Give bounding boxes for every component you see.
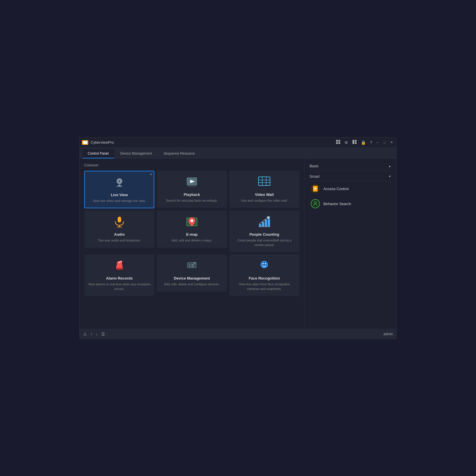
alarm-records-icon: [113, 259, 126, 274]
alarm-records-wrapper: Alarm Records View alarms in real time w…: [84, 254, 154, 296]
sidebar-smart-header[interactable]: Smart ▼: [308, 172, 392, 181]
maximize-button[interactable]: □: [382, 140, 387, 145]
svg-point-44: [189, 266, 190, 267]
card-alarm-records[interactable]: Alarm Records View alarms in real time w…: [84, 254, 154, 296]
tab-sequence-resource[interactable]: Sequence Resource: [158, 149, 200, 158]
svg-point-37: [118, 269, 121, 270]
svg-rect-12: [117, 186, 122, 187]
sidebar-basic-label: Basic: [310, 164, 319, 168]
svg-rect-4: [353, 140, 354, 144]
svg-rect-6: [355, 142, 357, 144]
face-recognition-icon: [258, 259, 271, 274]
face-recognition-desc: View live video from face recognition ca…: [233, 282, 296, 291]
svg-text:📊: 📊: [267, 217, 270, 219]
title-bar-left: CyberviewPro: [82, 140, 114, 145]
svg-rect-11: [118, 185, 121, 186]
app-logo: [82, 140, 88, 145]
svg-point-57: [315, 188, 316, 189]
card-emap[interactable]: E-map Add, edit and delete e-maps.: [157, 211, 227, 248]
audio-wrapper: Audio Two-way audio and broadcast.: [84, 211, 154, 252]
audio-desc: Two-way audio and broadcast.: [98, 238, 141, 243]
chevron-up-icon: ▲: [388, 164, 391, 168]
sidebar-item-behavior-search[interactable]: Behavior Search: [308, 196, 392, 211]
svg-rect-21: [118, 217, 121, 222]
emap-icon: [185, 215, 198, 230]
card-audio[interactable]: Audio Two-way audio and broadcast.: [84, 211, 154, 248]
svg-rect-28: [262, 222, 264, 226]
tab-control-panel[interactable]: Control Panel: [83, 149, 114, 158]
emap-title: E-map: [186, 232, 198, 237]
video-wall-wrapper: Video Wall Use and configure the video w…: [229, 171, 299, 208]
close-button[interactable]: ✕: [389, 140, 394, 145]
title-bar-right: ⚙ 🔒 ? ─ □ ✕: [335, 139, 394, 146]
upload-status-icon[interactable]: ↑: [90, 332, 92, 336]
svg-point-40: [121, 261, 122, 262]
grid-view-icon[interactable]: [335, 139, 342, 146]
device-management-icon: [185, 259, 198, 274]
chevron-down-icon: ▼: [388, 175, 391, 178]
status-icons: ⚠ ↑ ↓ ☰: [83, 332, 105, 336]
list-status-icon[interactable]: ☰: [101, 332, 105, 336]
sidebar-smart-label: Smart: [310, 174, 320, 179]
svg-rect-30: [268, 218, 270, 226]
card-playback[interactable]: Playback Search for and play back record…: [157, 171, 227, 208]
main-content: Common ✕: [80, 159, 396, 329]
live-view-icon: [113, 176, 126, 190]
tab-device-management[interactable]: Device Management: [115, 149, 157, 158]
face-recognition-title: Face Recognition: [249, 276, 280, 280]
svg-point-10: [120, 180, 120, 181]
sidebar-basic-header[interactable]: Basic ▲: [308, 162, 392, 171]
filter-icon[interactable]: ⚙: [343, 140, 349, 145]
svg-rect-16: [258, 177, 270, 185]
audio-icon: [113, 215, 126, 230]
people-counting-title: People Counting: [250, 232, 279, 237]
left-panel: Common ✕: [80, 159, 304, 329]
emap-desc: Add, edit and delete e-maps.: [172, 238, 212, 243]
lock-icon[interactable]: 🔒: [360, 140, 367, 145]
status-bar: ⚠ ↑ ↓ ☰ admin: [80, 329, 396, 339]
svg-point-58: [314, 201, 316, 204]
svg-point-53: [265, 263, 266, 265]
split-icon[interactable]: [351, 139, 358, 146]
svg-rect-47: [191, 266, 194, 267]
sidebar-section-smart: Smart ▼ Access Control: [308, 172, 392, 211]
svg-point-26: [190, 219, 193, 222]
behavior-search-icon: [311, 199, 320, 208]
card-video-wall[interactable]: Video Wall Use and configure the video w…: [229, 171, 299, 208]
close-live-view-btn[interactable]: ✕: [149, 172, 153, 177]
svg-rect-27: [259, 224, 261, 226]
card-device-management[interactable]: Device Management Add, edit, delete and …: [157, 254, 227, 291]
alarm-status-icon[interactable]: ⚠: [83, 332, 87, 336]
people-counting-wrapper: 📊 People Counting Count people that ente…: [229, 211, 299, 252]
behavior-search-label: Behavior Search: [323, 202, 351, 206]
help-icon[interactable]: ?: [369, 140, 373, 145]
svg-rect-46: [191, 265, 194, 266]
svg-rect-15: [188, 186, 196, 187]
tab-bar: Control Panel Device Management Sequence…: [80, 148, 396, 159]
minimize-button[interactable]: ─: [375, 140, 380, 145]
download-status-icon[interactable]: ↓: [96, 332, 98, 336]
svg-rect-29: [265, 220, 267, 226]
video-wall-title: Video Wall: [255, 192, 274, 197]
right-sidebar: Basic ▲ Smart ▼: [304, 159, 396, 329]
video-wall-desc: Use and configure the video wall.: [241, 198, 288, 203]
card-people-counting[interactable]: 📊 People Counting Count people that ente…: [229, 211, 299, 252]
status-username: admin: [383, 332, 393, 336]
video-wall-icon: [258, 176, 271, 190]
cards-grid: ✕ Live View View l: [84, 171, 299, 296]
svg-rect-31: [258, 226, 270, 227]
people-counting-desc: Count people that entered/left during a …: [233, 238, 296, 247]
svg-rect-5: [355, 140, 357, 142]
alarm-records-desc: View alarms in real time when any except…: [88, 282, 151, 291]
audio-title: Audio: [114, 232, 125, 237]
card-face-recognition[interactable]: Face Recognition View live video from fa…: [229, 254, 299, 296]
playback-icon: [185, 176, 198, 190]
svg-point-52: [263, 263, 264, 265]
svg-rect-45: [191, 264, 195, 265]
card-live-view[interactable]: ✕ Live View View l: [84, 171, 154, 208]
device-management-title: Device Management: [174, 276, 210, 280]
title-bar: CyberviewPro ⚙ 🔒 ? ─ □ ✕: [80, 137, 396, 148]
emap-wrapper: E-map Add, edit and delete e-maps.: [157, 211, 227, 252]
sidebar-item-access-control[interactable]: Access Control: [308, 181, 392, 196]
people-counting-icon: 📊: [258, 215, 271, 230]
